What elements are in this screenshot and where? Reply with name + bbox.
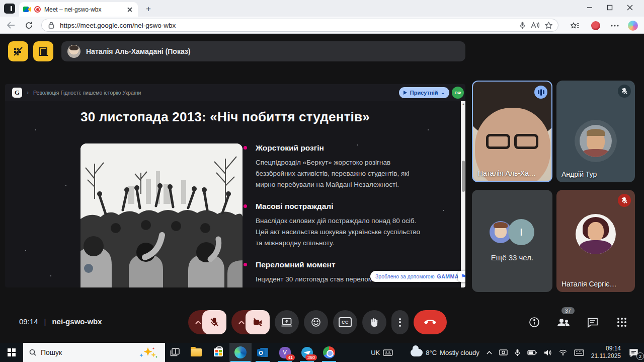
screen-cast-icon[interactable] — [496, 343, 511, 362]
bullet-item: Масові постраждалі Внаслідок силових дій… — [244, 202, 455, 249]
overlay-grid-off-button[interactable] — [8, 41, 28, 61]
browser-menu-icon[interactable] — [609, 20, 621, 32]
raise-hand-button[interactable] — [362, 310, 386, 334]
more-options-button[interactable] — [391, 310, 409, 334]
gamma-header: G › Революція Гідності: пишемо історію У… — [5, 84, 465, 101]
camera-off-button[interactable] — [246, 310, 270, 334]
audio-activity-icon — [534, 86, 547, 99]
avatar-initial: I — [508, 219, 534, 245]
deck-scrollbar: ▲ — [461, 101, 465, 287]
gamma-flag-icon: ⚑ — [458, 271, 465, 282]
gamma-avatar: ПФ — [452, 87, 464, 99]
voice-search-icon[interactable] — [518, 21, 527, 30]
camera-control — [231, 310, 270, 334]
bullet-dot — [244, 263, 247, 266]
touch-keyboard-icon[interactable] — [571, 343, 588, 362]
call-controls: CC — [188, 310, 447, 334]
bullet-item: Жорстокий розгін Спецпідрозділ «Беркут» … — [244, 143, 455, 190]
browser-tab[interactable]: Meet – nei-gswo-wbx — [19, 2, 138, 17]
chat-button[interactable] — [584, 313, 602, 331]
mic-off-button[interactable] — [202, 310, 226, 334]
participant-name: Андрій Тур — [561, 170, 597, 178]
copilot-sparkle-icon — [138, 346, 158, 360]
clock-time: 09:14 — [606, 345, 621, 352]
window-close-button[interactable] — [620, 0, 640, 15]
show-hidden-icons[interactable] — [483, 343, 496, 362]
slide-bullets: Жорстокий розгін Спецпідрозділ «Беркут» … — [244, 143, 455, 287]
refresh-button[interactable] — [23, 20, 34, 31]
favorite-star-icon[interactable] — [544, 21, 553, 30]
viber-button[interactable]: V41 — [274, 343, 296, 362]
tab-actions-icon[interactable] — [4, 4, 15, 14]
viber-badge: 41 — [286, 354, 295, 360]
people-button[interactable]: 37 — [554, 313, 573, 331]
url-text[interactable]: https://meet.google.com/nei-gswo-wbx — [60, 22, 514, 29]
mic-muted-icon — [618, 85, 631, 98]
telegram-badge: 360 — [305, 354, 317, 360]
activities-button[interactable] — [613, 313, 631, 331]
breadcrumb-chevron: › — [27, 89, 29, 96]
extension-rose-icon[interactable] — [590, 20, 602, 32]
meeting-details-button[interactable] — [525, 313, 543, 331]
window-maximize-button[interactable] — [600, 0, 620, 15]
participant-tile-speaking[interactable]: Наталія Аль-Ха… — [472, 81, 552, 182]
taskbar: Пошук O V41 360 UK 8°C Mostly cloudy — [0, 343, 644, 362]
end-call-button[interactable] — [414, 310, 447, 334]
back-button[interactable] — [5, 20, 16, 31]
wifi-icon[interactable] — [555, 343, 571, 362]
taskbar-search[interactable]: Пошук — [23, 343, 165, 362]
task-view-button[interactable] — [165, 343, 185, 362]
action-center-button[interactable]: 2 — [623, 343, 644, 362]
participant-tile[interactable]: Андрій Тур — [556, 81, 635, 182]
copilot-icon[interactable] — [627, 20, 639, 32]
overflow-participants-tile[interactable]: I Ещё 33 чел. — [472, 190, 552, 292]
host-controls-button[interactable] — [642, 313, 644, 331]
lock-icon — [47, 21, 56, 30]
search-placeholder: Пошук — [41, 348, 62, 356]
file-explorer-button[interactable] — [185, 343, 207, 362]
weather-widget[interactable]: 8°C Mostly cloudy — [396, 343, 483, 362]
bullet-dot — [244, 146, 247, 150]
captions-button[interactable]: CC — [333, 310, 357, 334]
telegram-button[interactable]: 360 — [296, 343, 318, 362]
presenter-name: Наталія Аль-Хамадані (Показ) — [86, 47, 191, 55]
participant-tile[interactable]: Наталія Сергіє… — [556, 190, 635, 292]
chrome-button[interactable] — [318, 343, 340, 362]
system-tray: UK 8°C Mostly cloudy 09:14 21.11.2025 2 — [367, 343, 644, 362]
keyboard-layout[interactable]: UK — [367, 343, 396, 362]
edge-button[interactable] — [229, 343, 252, 362]
present-screen-button[interactable] — [275, 310, 299, 334]
bullet-dot — [244, 204, 247, 208]
tab-title: Meet – nei-gswo-wbx — [44, 6, 122, 13]
battery-icon[interactable] — [524, 343, 540, 362]
shared-screen-tile[interactable]: G › Революція Гідності: пишемо історію У… — [5, 84, 465, 287]
gamma-made-with-badge: Зроблено за допомогою GAMMA — [370, 271, 464, 282]
favorites-bar-icon[interactable] — [569, 20, 581, 32]
chevron-down-icon: ⌄ — [441, 90, 445, 95]
store-button[interactable] — [207, 343, 229, 362]
new-tab-button[interactable]: + — [144, 5, 153, 14]
meet-panel-icons: 37 — [525, 313, 644, 331]
outlook-button[interactable]: O — [252, 343, 274, 362]
address-bar[interactable]: https://meet.google.com/nei-gswo-wbx — [41, 19, 558, 32]
taskbar-clock[interactable]: 09:14 21.11.2025 — [588, 343, 623, 362]
breadcrumb: Революція Гідності: пишемо історію Украї… — [33, 90, 141, 96]
meeting-code: nei-gswo-wbx — [52, 317, 102, 326]
notification-count-badge: 2 — [636, 352, 644, 360]
presenter-pill[interactable]: Наталія Аль-Хамадані (Показ) — [61, 41, 465, 61]
gamma-present-button: Присутній ⌄ — [399, 87, 449, 98]
window-minimize-button[interactable] — [580, 0, 600, 15]
overlay-door-button[interactable] — [33, 41, 53, 61]
reactions-button[interactable] — [304, 310, 328, 334]
mic-tray-icon[interactable] — [511, 343, 524, 362]
start-button[interactable] — [0, 343, 23, 362]
volume-icon[interactable] — [540, 343, 555, 362]
read-aloud-icon[interactable] — [531, 21, 540, 30]
avatar — [576, 214, 616, 254]
clock-date: 21.11.2025 — [591, 352, 621, 360]
keyboard-icon — [383, 349, 393, 356]
participant-name: Наталія Сергіє… — [561, 280, 616, 288]
weather-desc: Mostly cloudy — [440, 349, 479, 356]
tab-close-icon[interactable] — [126, 6, 134, 14]
more-participants-label: Ещё 33 чел. — [472, 253, 552, 262]
